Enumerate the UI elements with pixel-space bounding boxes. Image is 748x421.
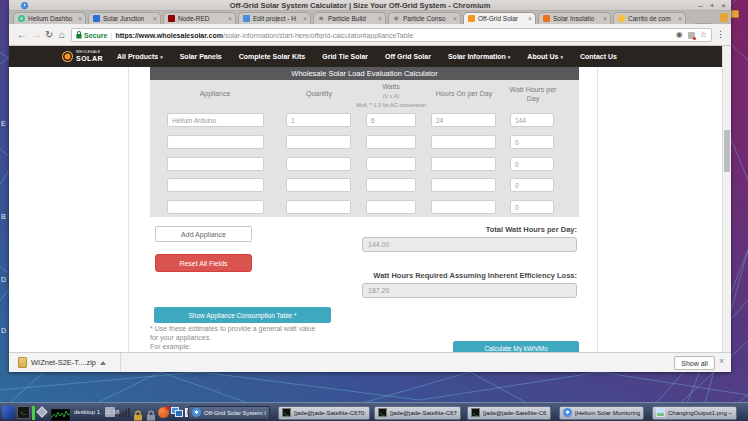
tab-close-icon[interactable]: × xyxy=(603,15,607,22)
watts-input-5[interactable] xyxy=(366,200,416,214)
terminal-launcher-icon[interactable]: ›_ xyxy=(17,406,30,419)
appliance-input-3[interactable] xyxy=(167,157,264,171)
download-bar-close-icon[interactable]: × xyxy=(719,356,724,366)
nav-solar-information[interactable]: Solar Information ▾ xyxy=(448,53,510,60)
minimize-button[interactable]: – xyxy=(698,1,702,10)
tab-edit-project[interactable]: Edit project - H × xyxy=(238,12,311,24)
sun-logo-icon xyxy=(62,51,73,62)
appliance-input-1[interactable] xyxy=(167,113,264,127)
taskbar-button-terminal-2[interactable]: ›_ [jade@jade-Satellite-C670: ~] xyxy=(374,406,461,420)
tab-helium-dashboard[interactable]: Helium Dashbo × xyxy=(13,12,86,24)
home-icon[interactable]: ⌂ xyxy=(59,28,65,41)
signal-strength-icon[interactable] xyxy=(119,408,130,417)
lock-gray-icon[interactable] xyxy=(146,407,156,421)
tab-close-icon[interactable]: × xyxy=(453,15,457,22)
update-notifier-icon[interactable] xyxy=(158,407,169,418)
geolocation-icon[interactable]: ◉ xyxy=(676,31,683,39)
tab-node-red[interactable]: Node-RED × xyxy=(163,12,236,24)
reload-icon[interactable]: ↻ xyxy=(45,28,53,41)
hours-input-2[interactable] xyxy=(431,135,496,149)
taskbar-button-node-red-terminal[interactable]: ›_ [jade@jade-Satellite-C670: ~/.node-re… xyxy=(467,406,551,420)
quantity-input-4[interactable] xyxy=(286,178,351,192)
watt-hours-output-1[interactable] xyxy=(510,113,554,127)
secure-chip[interactable]: Secure xyxy=(76,31,107,39)
desktop-folder-icon[interactable] xyxy=(730,10,739,18)
tab-particle-build[interactable]: ✳ Particle Build × xyxy=(313,12,386,24)
watt-hours-output-2[interactable] xyxy=(510,135,554,149)
hours-input-5[interactable] xyxy=(431,200,496,214)
tab-close-icon[interactable]: × xyxy=(153,15,157,22)
watt-hours-output-3[interactable] xyxy=(510,157,554,171)
add-appliance-button[interactable]: Add Appliance xyxy=(155,226,252,242)
nav-grid-tie-solar[interactable]: Grid Tie Solar xyxy=(322,53,368,60)
scrollbar-thumb[interactable] xyxy=(724,130,730,172)
tab-carrito[interactable]: Carrito de com × xyxy=(613,12,686,24)
address-bar-input[interactable]: Secure | https://www.wholesalesolar.com/… xyxy=(71,28,712,42)
tab-close-icon[interactable]: × xyxy=(678,15,682,22)
watts-input-1[interactable] xyxy=(366,113,416,127)
hours-input-3[interactable] xyxy=(431,157,496,171)
taskbar-button-ksnapshot[interactable]: ChangingOutput1.png – KSnapshot xyxy=(652,406,737,420)
wholesale-solar-logo[interactable]: WHOLESALE SOLAR xyxy=(62,51,103,62)
tab-close-icon[interactable]: × xyxy=(528,15,532,22)
forward-icon[interactable]: → xyxy=(31,28,41,41)
watt-hours-output-4[interactable] xyxy=(510,178,554,192)
nav-all-products[interactable]: All Products ▾ xyxy=(117,53,163,60)
quantity-input-3[interactable] xyxy=(286,157,351,171)
system-monitor-graph[interactable] xyxy=(51,407,70,421)
page-scrollbar[interactable] xyxy=(722,46,731,352)
browser-menu-icon[interactable]: ⋮ xyxy=(716,28,725,41)
chevron-up-icon[interactable] xyxy=(100,361,106,365)
profile-avatar-icon[interactable] xyxy=(720,13,728,22)
download-item[interactable]: WIZnet-S2E-T....zip xyxy=(14,353,121,372)
calculator-title: Wholesale Solar Load Evaluation Calculat… xyxy=(150,67,579,80)
watt-hours-output-5[interactable] xyxy=(510,200,554,214)
inactive-window-icon[interactable] xyxy=(105,407,115,417)
quantity-input-1[interactable] xyxy=(286,113,351,127)
nav-about-us[interactable]: About Us ▾ xyxy=(527,53,563,60)
tab-particle-console[interactable]: ✳ Particle Conso × xyxy=(388,12,461,24)
network-icon[interactable] xyxy=(171,407,183,418)
taskbar-button-terminal-1[interactable]: ›_ [jade@jade-Satellite-C670: ~] xyxy=(278,406,370,420)
quantity-input-2[interactable] xyxy=(286,135,351,149)
appliance-input-5[interactable] xyxy=(167,200,264,214)
calculate-kwh-button[interactable]: Calculate My kWh/Mo xyxy=(453,341,579,352)
app-launcher-icon[interactable] xyxy=(36,406,47,417)
show-consumption-table-button[interactable]: Show Appliance Consumption Table * xyxy=(154,307,331,323)
tab-close-icon[interactable]: × xyxy=(228,15,232,22)
watts-input-4[interactable] xyxy=(366,178,416,192)
nav-complete-solar-kits[interactable]: Complete Solar Kits xyxy=(239,53,306,60)
quantity-input-5[interactable] xyxy=(286,200,351,214)
taskbar-button-helium-chromium[interactable]: [Helium Solar Monitoring Board with Rel.… xyxy=(559,406,644,420)
nav-off-grid-solar[interactable]: Off Grid Solar xyxy=(385,53,431,60)
tab-solar-junction[interactable]: Solar Junction × xyxy=(88,12,161,24)
back-icon[interactable]: ← xyxy=(17,28,27,41)
blocked-plugin-icon[interactable] xyxy=(688,32,695,39)
appliance-input-2[interactable] xyxy=(167,135,264,149)
tab-close-icon[interactable]: × xyxy=(378,15,382,22)
tab-close-icon[interactable]: × xyxy=(78,15,82,22)
url-path: /solar-information/start-here/offgrid-ca… xyxy=(223,32,413,39)
watts-input-3[interactable] xyxy=(366,157,416,171)
hours-input-4[interactable] xyxy=(431,178,496,192)
tab-solar-insolation[interactable]: Solar Insolatio × xyxy=(538,12,611,24)
appliance-input-4[interactable] xyxy=(167,178,264,192)
window-titlebar[interactable]: Off-Grid Solar System Calculator | Size … xyxy=(9,0,731,11)
reset-all-fields-button[interactable]: Reset All Fields xyxy=(155,254,252,272)
nav-solar-panels[interactable]: Solar Panels xyxy=(180,53,222,60)
desktop-pager-label[interactable]: desktop 1 xyxy=(74,409,100,415)
maximize-button[interactable]: + xyxy=(710,1,715,10)
lock-gold-icon[interactable] xyxy=(133,407,143,421)
bookmark-star-icon[interactable]: ☆ xyxy=(700,31,707,39)
watts-input-2[interactable] xyxy=(366,135,416,149)
col-header-watts-sub: (V x A) xyxy=(383,93,400,99)
nav-contact-us[interactable]: Contact Us xyxy=(580,53,617,60)
file-manager-icon[interactable] xyxy=(2,406,15,419)
window-title: Off-Grid Solar System Calculator | Size … xyxy=(69,1,651,10)
hours-input-1[interactable] xyxy=(431,113,496,127)
tab-close-icon[interactable]: × xyxy=(303,15,307,22)
taskbar-button-chromium-active[interactable]: Off-Grid Solar System Calculator | Size … xyxy=(188,406,270,420)
close-button[interactable]: × xyxy=(721,1,726,10)
tab-off-grid-solar-active[interactable]: Off-Grid Solar × xyxy=(463,12,536,24)
show-all-downloads-button[interactable]: Show all xyxy=(674,356,715,370)
